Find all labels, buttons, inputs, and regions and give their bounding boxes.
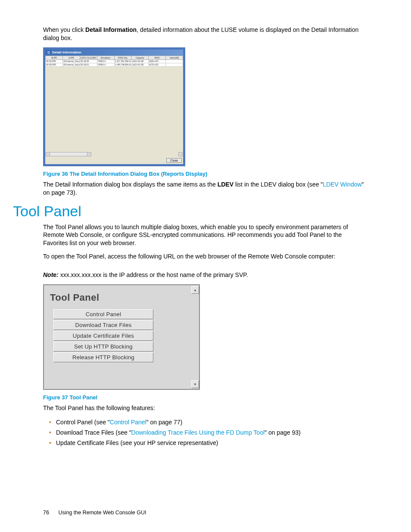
scroll-down-icon[interactable]: ▼	[191, 380, 199, 388]
close-button[interactable]: Close	[166, 158, 182, 163]
col-capacity: Capacity	[131, 56, 149, 59]
feature-link[interactable]: Downloading Trace Files Using the FD Dum…	[131, 429, 265, 436]
after-fig36-paragraph: The Detail Information dialog box displa…	[43, 180, 368, 197]
col-emulation: Emulation	[97, 56, 114, 59]
tool-open-paragraph: To open the Tool Panel, access the follo…	[43, 252, 368, 261]
col-clpr: CLPR	[62, 56, 80, 59]
tool-panel-heading: Tool Panel	[13, 203, 368, 220]
tool-panel-button[interactable]: Update Certificate Files	[53, 331, 153, 341]
ldev-window-link[interactable]: LDEV Window	[323, 181, 361, 188]
col-slpr: SLPR	[46, 56, 63, 59]
figure-36-caption: Figure 36 The Detail Information Dialog …	[43, 171, 368, 177]
table-row: 00:SLPR000:Internal_Volume00:18:01OPEN-V…	[46, 63, 183, 66]
footer-title: Using the Remote Web Console GUI	[58, 510, 146, 516]
features-intro: The Tool Panel has the following feature…	[43, 404, 368, 412]
table-row: 00:SLPR000:Internal_Volume00:18:00OPEN-V…	[46, 59, 183, 63]
list-item: Control Panel (see "Control Panel" on pa…	[49, 417, 368, 428]
page-footer: 76 Using the Remote Web Console GUI	[43, 510, 146, 516]
tool-panel-screenshot: Tool Panel Control PanelDownload Trace F…	[43, 284, 200, 390]
tool-panel-button[interactable]: Control Panel	[53, 309, 153, 319]
col-internal: Internal/E	[166, 56, 183, 59]
col-raidgrp: RAID Grp	[114, 56, 131, 59]
tool-panel-button[interactable]: Download Trace Files	[53, 320, 153, 330]
dialog-titlebar: Detail Information	[45, 50, 183, 56]
detail-information-dialog: Detail Information SLPR CLPR LDKC:CU:LDE…	[43, 47, 185, 166]
vertical-scroll-btn[interactable]	[178, 152, 183, 156]
tool-panel-title: Tool Panel	[50, 292, 194, 303]
tool-panel-scrollbar[interactable]: ▲ ▼	[191, 286, 198, 388]
intro-paragraph: When you click Detail Information, detai…	[43, 26, 368, 42]
figure-37-caption: Figure 37 Tool Panel	[43, 394, 368, 401]
tool-panel-button[interactable]: Release HTTP Blocking	[53, 352, 153, 362]
horizontal-scrollbar[interactable]	[46, 152, 91, 156]
tool-intro-paragraph: The Tool Panel allows you to launch mult…	[43, 223, 368, 248]
feature-link[interactable]: Control Panel	[110, 419, 146, 426]
tool-panel-button[interactable]: Set Up HTTP Blocking	[53, 342, 153, 352]
col-raid: RAID	[149, 56, 166, 59]
list-item: Update Certificate Files (see your HP se…	[49, 438, 368, 448]
list-item: Download Trace Files (see "Downloading T…	[49, 428, 368, 438]
col-ldev: LDKC:CU:LDEV	[80, 56, 97, 59]
feature-list: Control Panel (see "Control Panel" on pa…	[43, 417, 368, 448]
dialog-icon	[47, 50, 50, 55]
note-paragraph: Note: xxx.xxx.xxx.xxx is the IP address …	[43, 271, 368, 279]
detail-table: SLPR CLPR LDKC:CU:LDEV Emulation RAID Gr…	[45, 56, 183, 67]
dialog-title: Detail Information	[52, 50, 81, 54]
scroll-up-icon[interactable]: ▲	[191, 286, 199, 294]
page-number: 76	[43, 510, 49, 516]
